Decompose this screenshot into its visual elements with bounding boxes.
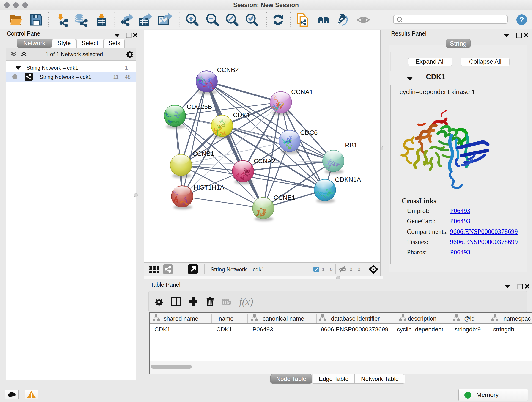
svg-text:CCNE1: CCNE1 bbox=[273, 194, 295, 201]
svg-text:cyclin–dependent ...: cyclin–dependent ... bbox=[397, 326, 450, 333]
svg-text:HIST1H1A: HIST1H1A bbox=[194, 184, 224, 191]
svg-text:CDKN1A: CDKN1A bbox=[335, 176, 361, 183]
svg-text:RB1: RB1 bbox=[345, 142, 357, 149]
svg-text:namespac: namespac bbox=[503, 315, 531, 322]
svg-text:CDK1: CDK1 bbox=[233, 111, 250, 119]
svg-text:database identifier: database identifier bbox=[331, 315, 380, 322]
svg-text:CDC6: CDC6 bbox=[300, 129, 317, 136]
svg-text:String Network – cdk1: String Network – cdk1 bbox=[210, 266, 264, 273]
svg-text:name: name bbox=[219, 315, 234, 322]
svg-text:CCNA1: CCNA1 bbox=[291, 88, 313, 95]
svg-text:1 – 0: 1 – 0 bbox=[322, 267, 333, 272]
svg-text:CDC25B: CDC25B bbox=[187, 103, 212, 110]
svg-text:stringdb:9...: stringdb:9... bbox=[455, 326, 486, 333]
svg-text:0 – 0: 0 – 0 bbox=[350, 267, 360, 272]
svg-text:f(x): f(x) bbox=[239, 296, 253, 307]
svg-text:@id: @id bbox=[464, 315, 475, 322]
svg-text:?: ? bbox=[519, 15, 524, 24]
svg-text:9606.ENSP00000378699: 9606.ENSP00000378699 bbox=[321, 326, 388, 333]
svg-text:CDK1: CDK1 bbox=[154, 326, 170, 333]
svg-text:CDK1: CDK1 bbox=[216, 326, 232, 333]
svg-text:CCNA2: CCNA2 bbox=[254, 157, 275, 165]
svg-text:P06493: P06493 bbox=[253, 326, 273, 333]
svg-text:canonical name: canonical name bbox=[263, 315, 304, 322]
svg-text:CCNB1: CCNB1 bbox=[192, 150, 214, 157]
svg-text:description: description bbox=[408, 315, 437, 322]
svg-text:stringdb: stringdb bbox=[493, 326, 514, 333]
svg-text:shared name: shared name bbox=[164, 315, 198, 322]
svg-text:CCNB2: CCNB2 bbox=[217, 66, 239, 73]
